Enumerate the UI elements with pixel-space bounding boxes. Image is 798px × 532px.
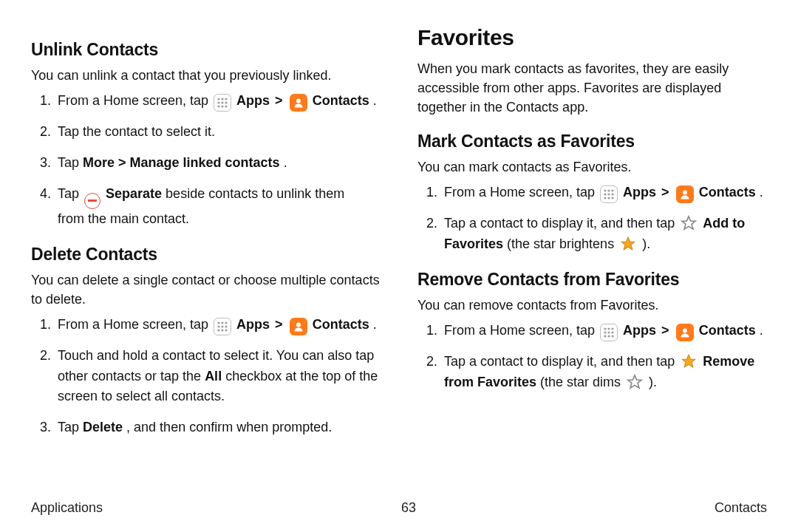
apps-icon [600, 324, 618, 341]
step: From a Home screen, tap Apps > Contacts … [441, 183, 767, 203]
text: Tap [58, 155, 83, 170]
svg-marker-43 [628, 375, 641, 388]
paragraph: You can remove contacts from Favorites. [417, 296, 767, 315]
svg-point-16 [217, 329, 219, 331]
paragraph: You can unlink a contact that you previo… [31, 66, 381, 85]
svg-point-10 [217, 321, 219, 324]
text: . [373, 317, 377, 332]
svg-point-7 [221, 105, 223, 107]
steps-unlink: From a Home screen, tap Apps > Contacts … [31, 91, 381, 229]
page-footer: Applications 63 Contacts [31, 500, 767, 516]
chevron-right-icon: > [660, 323, 671, 338]
svg-marker-31 [621, 237, 635, 250]
svg-point-3 [217, 101, 219, 103]
apps-icon [214, 318, 231, 335]
paragraph: You can mark contacts as Favorites. [417, 157, 767, 177]
svg-point-37 [611, 332, 613, 334]
text: . [760, 185, 763, 200]
bold-text: All [205, 369, 222, 383]
svg-point-39 [607, 335, 610, 338]
svg-point-4 [221, 101, 223, 103]
svg-point-11 [221, 321, 223, 324]
heading-remove-favorites: Remove Contacts from Favorites [417, 270, 767, 290]
text: ). [649, 375, 657, 389]
text: (the star dims [540, 375, 624, 389]
apps-label: Apps [623, 185, 656, 200]
right-column: Favorites When you mark contacts as favo… [417, 25, 767, 449]
svg-point-5 [225, 101, 227, 103]
text: From a Home screen, tap [58, 317, 212, 332]
chevron-right-icon: > [660, 185, 671, 200]
apps-label: Apps [236, 317, 270, 332]
star-outline-icon [626, 373, 644, 391]
paragraph: You can delete a single contact or choos… [31, 270, 381, 309]
apps-label: Apps [623, 323, 656, 338]
contacts-label: Contacts [313, 317, 369, 332]
svg-point-9 [296, 99, 301, 103]
contacts-icon [290, 318, 307, 335]
step: Tap the contact to select it. [55, 122, 381, 143]
footer-right: Contacts [715, 500, 767, 516]
text: Tap a contact to display it, and then ta… [444, 216, 678, 231]
svg-point-20 [604, 190, 606, 192]
svg-point-28 [611, 197, 613, 200]
text: (the star brightens [507, 236, 618, 251]
separate-label: Separate [106, 186, 162, 201]
svg-point-17 [221, 329, 223, 331]
contacts-icon [676, 185, 694, 203]
contacts-label: Contacts [313, 93, 369, 108]
svg-point-2 [225, 98, 227, 100]
svg-point-22 [611, 190, 613, 192]
star-filled-icon [680, 352, 698, 370]
svg-point-0 [217, 98, 219, 100]
steps-mark-favorites: From a Home screen, tap Apps > Contacts … [417, 183, 767, 255]
svg-point-19 [296, 322, 301, 327]
svg-point-14 [221, 325, 223, 327]
steps-delete: From a Home screen, tap Apps > Contacts … [31, 315, 381, 439]
step: From a Home screen, tap Apps > Contacts … [55, 91, 381, 112]
contacts-icon [290, 94, 307, 112]
svg-point-23 [604, 194, 606, 196]
heading-mark-favorites: Mark Contacts as Favorites [417, 132, 767, 151]
svg-point-35 [604, 332, 606, 334]
text: Tap a contact to display it, and then ta… [444, 354, 678, 369]
left-column: Unlink Contacts You can unlink a contact… [31, 25, 381, 449]
svg-point-33 [607, 328, 610, 330]
svg-point-6 [217, 105, 219, 107]
step: Tap More > Manage linked contacts . [55, 153, 381, 174]
star-filled-icon [619, 235, 637, 253]
svg-marker-30 [682, 216, 695, 229]
chevron-right-icon: > [273, 317, 284, 332]
heading-unlink-contacts: Unlink Contacts [31, 40, 381, 60]
bold-text: More > Manage linked contacts [83, 155, 280, 170]
apps-icon [600, 185, 618, 203]
contacts-label: Contacts [699, 323, 756, 338]
text: . [284, 155, 287, 170]
text: . [760, 323, 763, 338]
svg-point-34 [611, 328, 613, 330]
separate-icon [84, 193, 100, 209]
text: From a Home screen, tap [444, 323, 598, 338]
text: beside contacts to unlink them from the … [58, 186, 344, 226]
svg-point-40 [611, 335, 613, 338]
apps-label: Apps [236, 93, 270, 108]
svg-point-18 [225, 329, 227, 331]
svg-point-38 [604, 335, 606, 338]
step: Touch and hold a contact to select it. Y… [55, 346, 381, 408]
text: . [373, 93, 377, 108]
svg-point-32 [604, 328, 606, 330]
footer-center: 63 [401, 500, 416, 516]
star-outline-icon [680, 214, 698, 232]
text: Tap [58, 186, 83, 201]
step: From a Home screen, tap Apps > Contacts … [55, 315, 381, 335]
chevron-right-icon: > [273, 93, 284, 108]
heading-delete-contacts: Delete Contacts [31, 245, 381, 265]
text: Tap [58, 420, 83, 434]
svg-point-13 [217, 325, 219, 327]
svg-point-25 [611, 194, 613, 196]
svg-point-24 [607, 194, 610, 196]
svg-point-41 [683, 329, 687, 333]
apps-icon [214, 94, 231, 112]
two-column-layout: Unlink Contacts You can unlink a contact… [31, 25, 767, 449]
svg-point-1 [221, 98, 223, 100]
